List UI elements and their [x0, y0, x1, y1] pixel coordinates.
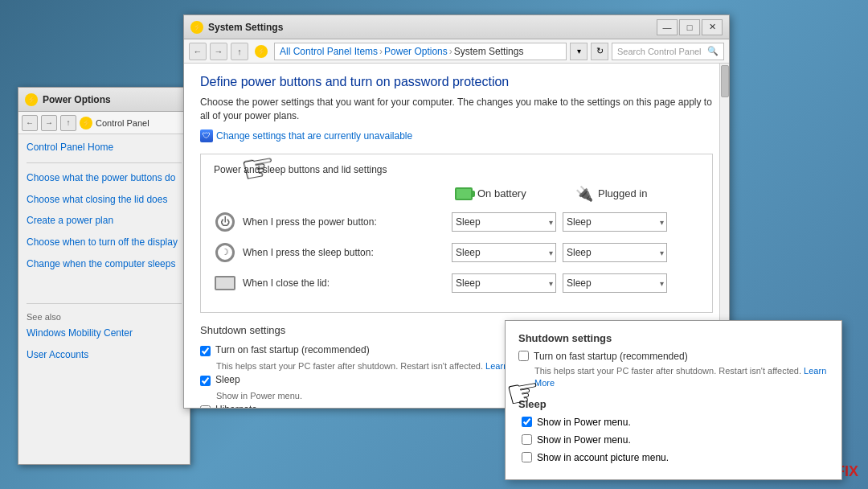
power-battery-select[interactable]: Sleep Do nothing Hibernate Shut down: [452, 212, 556, 232]
breadcrumb-sep-2: ›: [449, 46, 452, 57]
addr-icon: ⚡: [255, 45, 268, 58]
sleep-button-row: ☽ When I press the sleep button: Sleep D…: [214, 241, 699, 264]
col-battery-header: On battery: [455, 187, 575, 200]
nav-up-button[interactable]: ↑: [60, 115, 76, 131]
nav-back-button[interactable]: ←: [22, 115, 38, 131]
plug-icon: 🔌: [575, 185, 593, 203]
power-battery-dropdown-wrapper: Sleep Do nothing Hibernate Shut down ▾: [452, 212, 556, 232]
sidebar-link-display[interactable]: Choose when to turn off the display: [27, 236, 182, 249]
win-title-icon: ⚡: [190, 21, 203, 34]
sleep-button-label: When I press the sleep button:: [243, 247, 452, 258]
win-titlebar: ⚡ System Settings — □ ✕: [184, 15, 729, 39]
change-settings-text: Change settings that are currently unava…: [216, 130, 412, 142]
fast-startup-checkbox[interactable]: [200, 346, 211, 356]
popup-fast-startup-checkbox[interactable]: [518, 351, 529, 361]
sleep-battery-dropdown-wrapper: Sleep Do nothing ▾: [452, 243, 556, 262]
minimize-button[interactable]: —: [657, 19, 678, 35]
popup-fast-startup-desc: This helps start your PC faster after sh…: [534, 365, 829, 390]
popup-fast-startup-label: Turn on fast startup (recommended): [534, 351, 688, 362]
breadcrumb-sep-1: ›: [379, 46, 383, 57]
sleep-battery-select[interactable]: Sleep Do nothing: [452, 243, 556, 262]
shield-icon: 🛡: [200, 129, 213, 142]
sidebar-link-sleep[interactable]: Change when the computer sleeps: [27, 257, 182, 271]
sidebar-link-power-buttons[interactable]: Choose what the power buttons do: [27, 171, 182, 185]
desktop: ⚡ Power Options ← → ↑ ⚡ Control Panel Co…: [0, 0, 868, 489]
power-options-title: Power Options: [43, 94, 111, 105]
popup-menu-label-2: Show in Power menu.: [537, 434, 631, 446]
breadcrumb-current: System Settings: [454, 46, 524, 57]
popup-fast-startup-row: Turn on fast startup (recommended): [518, 351, 829, 362]
power-options-window: ⚡ Power Options ← → ↑ ⚡ Control Panel Co…: [18, 87, 190, 465]
breadcrumb-power-options[interactable]: Power Options: [384, 46, 448, 57]
column-headers: On battery 🔌 Plugged in: [214, 185, 699, 203]
nav-icon: ⚡: [80, 117, 92, 129]
power-plugged-select[interactable]: Sleep Do nothing Hibernate Shut down: [563, 212, 667, 232]
scrollbar-thumb[interactable]: [721, 65, 729, 97]
sidebar-content: Control Panel Home Choose what the power…: [18, 134, 190, 376]
refresh-button[interactable]: ↻: [591, 43, 608, 60]
popup-menu-item-1[interactable]: Show in Power menu.: [518, 415, 829, 429]
page-title: Define power buttons and turn on passwor…: [200, 75, 713, 89]
power-button-label: When I press the power button:: [243, 216, 452, 228]
popup-title: Shutdown settings: [518, 332, 829, 344]
addr-forward-button[interactable]: →: [210, 43, 227, 60]
address-bar: ← → ↑ ⚡ All Control Panel Items › Power …: [184, 39, 729, 64]
sleep-plugged-select[interactable]: Sleep Do nothing: [563, 243, 667, 262]
popup-menu-label-3: Show in account picture menu.: [537, 452, 669, 463]
lid-battery-select[interactable]: Sleep Do nothing Hibernate Shut down: [452, 273, 556, 293]
lid-row: When I close the lid: Sleep Do nothing H…: [214, 272, 699, 294]
breadcrumb: All Control Panel Items › Power Options …: [274, 43, 567, 60]
group-title: Power and sleep buttons and lid settings: [214, 164, 699, 175]
sleep-button-icon: ☽: [214, 241, 236, 264]
search-icon: 🔍: [707, 46, 719, 56]
power-button-row: ⏻ When I press the power button: Sleep D…: [214, 211, 699, 233]
lid-plugged-select[interactable]: Sleep Do nothing Hibernate Shut down: [563, 273, 667, 293]
popup-menu-checkbox-3[interactable]: [522, 452, 532, 462]
close-button[interactable]: ✕: [702, 19, 723, 35]
sleep-plugged-dropdown-wrapper: Sleep Do nothing ▾: [563, 243, 667, 262]
sidebar-mobility-center[interactable]: Windows Mobility Center: [27, 327, 182, 340]
sidebar-separator: [27, 162, 182, 163]
power-button-icon: ⏻: [214, 211, 236, 233]
breadcrumb-dropdown[interactable]: ▾: [570, 43, 588, 60]
col-plugged-header: 🔌 Plugged in: [575, 185, 696, 203]
hibernate-label: Hibernate: [215, 404, 257, 408]
win-controls: — □ ✕: [657, 19, 723, 35]
popup-menu-item-2[interactable]: Show in Power menu.: [518, 433, 829, 447]
fast-startup-label: Turn on fast startup (recommended): [215, 344, 370, 355]
hibernate-checkbox[interactable]: [200, 405, 211, 408]
sidebar-link-create-plan[interactable]: Create a power plan: [27, 214, 182, 228]
power-options-navbar: ← → ↑ ⚡ Control Panel: [18, 112, 190, 134]
lid-battery-dropdown-wrapper: Sleep Do nothing Hibernate Shut down ▾: [452, 273, 556, 293]
shutdown-popup: Shutdown settings Turn on fast startup (…: [505, 320, 842, 480]
win-title-text: System Settings: [208, 22, 652, 33]
see-also-label: See also: [27, 312, 182, 322]
popup-menu-checkbox-2[interactable]: [522, 434, 532, 445]
addr-back-button[interactable]: ←: [189, 43, 207, 60]
col-plugged-label: Plugged in: [598, 187, 647, 199]
power-plugged-dropdown-wrapper: Sleep Do nothing Hibernate Shut down ▾: [563, 212, 667, 232]
sidebar-home-link[interactable]: Control Panel Home: [27, 141, 182, 154]
page-description: Choose the power settings that you want …: [200, 96, 713, 123]
lid-label: When I close the lid:: [243, 277, 452, 289]
popup-menu-label-1: Show in Power menu.: [537, 417, 631, 428]
popup-menu-checkbox-1[interactable]: [522, 417, 532, 427]
sidebar-sep-2: [27, 303, 182, 304]
power-buttons-group: Power and sleep buttons and lid settings…: [200, 154, 713, 313]
change-settings-link[interactable]: 🛡 Change settings that are currently una…: [200, 129, 713, 142]
addr-up-button[interactable]: ↑: [231, 43, 248, 60]
sidebar-user-accounts[interactable]: User Accounts: [27, 348, 182, 362]
breadcrumb-control-panel[interactable]: All Control Panel Items: [280, 46, 378, 57]
popup-menu-item-3[interactable]: Show in account picture menu.: [518, 450, 829, 465]
search-box[interactable]: Search Control Panel 🔍: [612, 43, 724, 60]
sleep-checkbox[interactable]: [200, 376, 211, 386]
power-options-titlebar: ⚡ Power Options: [18, 88, 190, 112]
maximize-button[interactable]: □: [679, 19, 700, 35]
nav-forward-button[interactable]: →: [41, 115, 57, 131]
battery-icon: [455, 187, 473, 200]
sidebar-link-lid[interactable]: Choose what closing the lid does: [27, 193, 182, 207]
sleep-label: Sleep: [215, 374, 240, 385]
lid-plugged-dropdown-wrapper: Sleep Do nothing Hibernate Shut down ▾: [563, 273, 667, 293]
search-placeholder: Search Control Panel: [617, 47, 702, 56]
popup-sleep-header: Sleep: [518, 398, 829, 410]
